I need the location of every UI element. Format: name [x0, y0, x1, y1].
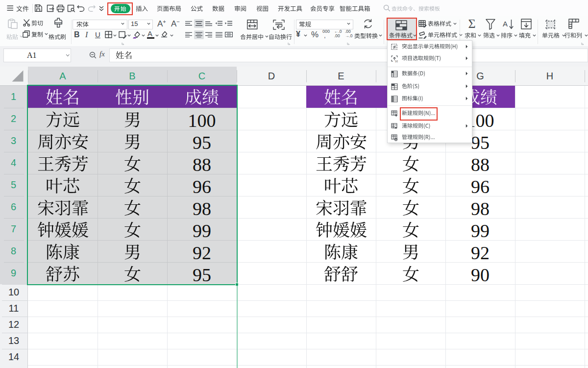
svg-text:A: A — [503, 20, 508, 28]
svg-text:10: 10 — [395, 59, 398, 62]
